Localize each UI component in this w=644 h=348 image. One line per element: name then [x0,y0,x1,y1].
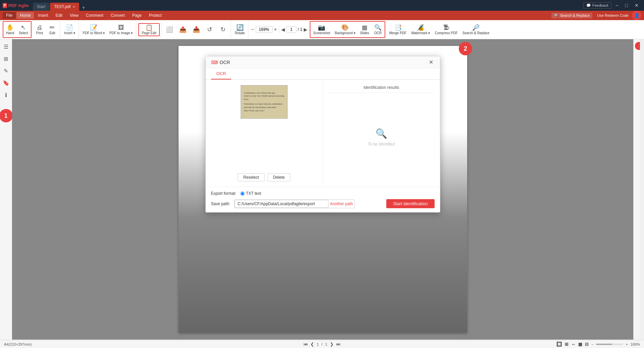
sidebar-icon-annotations[interactable]: ✎ [1,66,11,75]
menu-insert[interactable]: Insert [35,12,51,19]
ocr-button[interactable]: 🔍 OCR [372,23,384,36]
action-icon-2: 📤 [179,26,187,33]
action-btn-5[interactable]: ↻ [217,25,229,34]
dialog-overlay: 2 ⌨ OCR ✕ OCR [12,39,633,340]
user-avatar[interactable]: 👤 [632,11,641,20]
maximize-button[interactable]: □ [623,2,631,9]
dialog-close-button[interactable]: ✕ [428,59,435,65]
another-path-button[interactable]: Another path [329,201,354,206]
menu-comment[interactable]: Comment [83,12,107,19]
page-edit-button[interactable]: 📋 Page Edit [138,23,159,36]
use-redeem-code[interactable]: Use Redeem Code [597,13,629,17]
menu-file[interactable]: File [3,12,16,19]
minimize-button[interactable]: − [613,2,621,9]
bottom-zoom-minus[interactable]: − [591,342,593,346]
hand-button[interactable]: ✋ Hand [4,23,16,36]
zoom-input[interactable] [256,26,273,33]
merge-pdf-label: Merge PDF [389,31,406,35]
page-back-button[interactable]: ◀ [281,27,285,32]
tab-start[interactable]: Start [33,3,49,11]
zoom-slider[interactable] [596,344,623,345]
rotate-button[interactable]: 🔄 Rotate [233,23,247,36]
sidebar-icon-pages[interactable]: ☰ [1,42,11,51]
bottom-nav-next[interactable]: ❯ [330,342,334,347]
compress-pdf-button[interactable]: 🗜 Compress PDF [433,23,459,36]
txt-radio[interactable] [240,191,245,196]
page-forward-button[interactable]: ▶ [304,27,307,32]
bottom-fit-width[interactable]: ↔ [571,342,576,347]
save-path-input[interactable] [235,200,329,208]
edit-icon: ✏ [50,24,55,31]
ocr-preview-image: Continuing a new letters that age, which… [241,85,288,119]
bottom-zoom-plus[interactable]: + [626,342,628,346]
zoom-in-button[interactable]: + [273,26,278,33]
menu-convert[interactable]: Convert [107,12,128,19]
bottom-nav-first[interactable]: ⏮ [303,342,308,347]
action-btn-2[interactable]: 📤 [177,25,189,34]
reselect-button[interactable]: Reselect [238,173,265,181]
toolbar-group-hand-select: ✋ Hand ↖ Select [3,21,32,38]
pdf-to-word-button[interactable]: 📝 PDF to Word ▾ [81,23,107,36]
insert-button[interactable]: 📄 Insert ▾ [62,23,77,36]
save-path-row: Save path: Another path Start identifica… [211,199,435,208]
sidebar-icon-info[interactable]: ℹ [1,90,11,100]
merge-pdf-button[interactable]: 📑 Merge PDF [387,23,408,36]
watermark-label: Watermark ▾ [411,31,430,35]
dialog-title-text: OCR [220,60,230,65]
bottom-view-mode[interactable]: ▦ [578,342,582,347]
menu-home[interactable]: Home [16,12,34,19]
bottom-split[interactable]: ⊟ [585,342,589,347]
scrollbar[interactable] [640,39,644,340]
close-button[interactable]: ✕ [632,2,641,9]
page-number-input[interactable] [286,26,296,33]
action-btn-4[interactable]: ↺ [204,25,216,34]
rotate-icon: 🔄 [236,24,244,31]
menu-view[interactable]: View [66,12,82,19]
pdf-to-image-button[interactable]: 🖼 PDF to Image ▾ [107,23,135,36]
screenshot-button[interactable]: 📷 Screenshot [311,23,332,36]
zoom-out-button[interactable]: − [250,26,255,33]
print-button[interactable]: 🖨 Print [34,23,46,36]
sidebar-icon-thumbnails[interactable]: ⊞ [1,54,11,63]
txt-text-option[interactable]: TXT text [240,191,261,196]
delete-button[interactable]: Delete [267,173,291,181]
start-identification-button[interactable]: Start identification [386,199,434,208]
menu-edit[interactable]: Edit [52,12,66,19]
tab-testpdf-close[interactable]: ✕ [72,5,75,9]
watermark-button[interactable]: 🔏 Watermark ▾ [409,23,432,36]
toolbar-group-tools: 📷 Screenshot 🎨 Background ▾ ▦ Slides 🔍 O… [310,21,385,38]
content-area[interactable]: 2 ⌨ OCR ✕ OCR [12,39,633,340]
background-button[interactable]: 🎨 Background ▾ [333,23,357,36]
menu-protect[interactable]: Protect [146,12,165,19]
slides-button[interactable]: ▦ Slides [358,23,371,36]
search-placeholder: Search & Replace [560,13,590,17]
ribbon-search[interactable]: 🔍 Search & Replace [551,13,593,18]
select-button[interactable]: ↖ Select [17,23,30,36]
tabs-area: Start TEST.pdf ✕ + [33,0,583,11]
menu-page[interactable]: Page [129,12,145,19]
pdf-to-image-label: PDF to Image ▾ [109,31,133,35]
edit-button[interactable]: ✏ Edit [46,23,58,36]
bottom-bar: A4(210×297mm) ⏮ ❮ 1 / 1 ❯ ⏭ 🔲 ⊞ ↔ ▦ ⊟ − … [0,340,644,348]
step-2-label: 2 [464,45,467,52]
toolbar-group-insert: 📄 Insert ▾ [61,21,79,38]
action-btn-3[interactable]: 📥 [190,25,202,34]
sidebar-icon-bookmarks[interactable]: 🔖 [1,78,11,88]
bottom-fit-page[interactable]: ⊞ [565,342,568,347]
pdf-to-word-icon: 📝 [90,24,97,31]
dialog-tab-ocr[interactable]: OCR [211,68,232,79]
toolbar-group-more-tools: 📑 Merge PDF 🔏 Watermark ▾ 🗜 Compress PDF… [386,21,493,38]
bottom-zoom-out[interactable]: 🔲 [556,342,562,347]
page-nav: ◀ / 1 ▶ [280,26,309,33]
search-replace-button[interactable]: 🔎 Search & Replace [460,23,492,36]
toolbar-group-file-ops: 🖨 Print ✏ Edit [32,21,60,38]
compress-pdf-label: Compress PDF [435,31,457,35]
bottom-nav-last[interactable]: ⏭ [336,342,341,347]
ocr-label: OCR [374,31,382,35]
feedback-button[interactable]: 💬 Feedback [583,2,611,9]
tab-testpdf[interactable]: TEST.pdf ✕ [50,3,79,11]
tab-add-button[interactable]: + [80,5,87,11]
action-btn-1[interactable]: ⬜ [163,25,176,34]
ocr-icon: 🔍 [374,24,382,31]
bottom-nav-prev[interactable]: ❮ [310,342,314,347]
